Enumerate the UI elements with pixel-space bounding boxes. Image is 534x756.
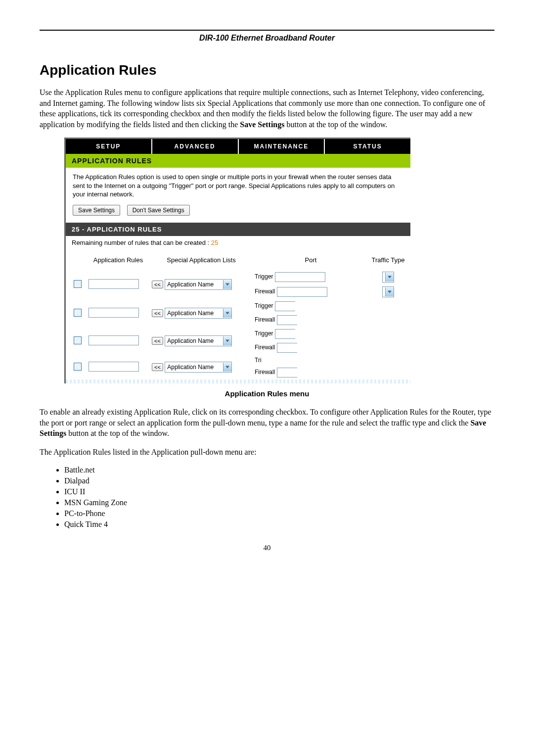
firewall-port-input[interactable] <box>277 368 297 378</box>
remaining-value: 25 <box>211 239 218 246</box>
router-ui-screenshot: SETUP ADVANCED MAINTENANCE STATUS APPLIC… <box>64 138 410 383</box>
remaining-label: Remaining number of rules that can be cr… <box>72 239 211 246</box>
chevron-down-icon <box>385 287 394 296</box>
traffic-type-select[interactable] <box>382 286 394 297</box>
list-item: Battle.net <box>64 466 494 474</box>
port-firewall-label: Firewall <box>255 344 275 351</box>
figure-caption: Application Rules menu <box>40 389 494 398</box>
chevron-down-icon <box>223 336 231 345</box>
top-tabs: SETUP ADVANCED MAINTENANCE STATUS <box>66 139 410 154</box>
firewall-port-input[interactable] <box>277 343 297 353</box>
save-settings-button[interactable]: Save Settings <box>73 205 120 216</box>
application-name-value: Application Name <box>167 310 214 317</box>
application-name-value: Application Name <box>167 281 214 288</box>
list-item: Dialpad <box>64 476 494 485</box>
intro-tail: button at the top of the window. <box>284 120 387 129</box>
list-item: ICU II <box>64 487 494 496</box>
rules-table: Application Rules Special Application Li… <box>69 253 407 379</box>
tab-status[interactable]: STATUS <box>325 139 410 154</box>
remaining-rules: Remaining number of rules that can be cr… <box>66 236 410 253</box>
traffic-type-select[interactable] <box>382 272 394 283</box>
port-trigger-label: Trigger <box>255 273 273 280</box>
list-item: MSN Gaming Zone <box>64 498 494 507</box>
rule-name-input[interactable] <box>89 308 139 318</box>
screenshot-bottom-edge <box>66 379 410 383</box>
port-firewall-label: Firewall <box>255 369 275 376</box>
col-app-rules: Application Rules <box>87 253 150 270</box>
chevron-down-icon <box>223 280 231 289</box>
port-firewall-label: Firewall <box>255 316 275 323</box>
chevron-down-icon <box>223 363 231 372</box>
copy-name-button[interactable]: << <box>152 309 163 317</box>
section-title: APPLICATION RULES <box>66 154 410 168</box>
application-name-select[interactable]: Application Name <box>165 335 232 346</box>
trigger-port-input[interactable] <box>275 272 325 282</box>
port-trigger-label: Trigger <box>255 330 273 337</box>
rule-checkbox[interactable] <box>74 336 82 344</box>
rule-name-input[interactable] <box>89 362 139 372</box>
application-name-select[interactable]: Application Name <box>165 362 232 373</box>
col-traffic-type: Traffic Type <box>369 253 407 270</box>
firewall-port-input[interactable] <box>277 315 297 325</box>
table-row: << Application Name Trigger <box>69 327 407 341</box>
dont-save-settings-button[interactable]: Don't Save Settings <box>127 205 190 216</box>
copy-name-button[interactable]: << <box>152 363 163 371</box>
port-trigger-label-cut: Tri <box>255 357 262 364</box>
rules-count-title: 25 - APPLICATION RULES <box>66 223 410 236</box>
section-description: The Application Rules option is used to … <box>73 173 403 199</box>
intro-bold: Save Settings <box>240 120 284 129</box>
table-row: << Application Name Trigger <box>69 270 407 284</box>
rule-checkbox[interactable] <box>74 363 82 371</box>
page-number: 40 <box>40 544 494 552</box>
rule-checkbox[interactable] <box>74 309 82 317</box>
page-header: DIR-100 Ethernet Broadband Router <box>40 34 494 43</box>
trigger-port-input[interactable] <box>275 301 295 311</box>
copy-name-button[interactable]: << <box>152 281 163 288</box>
rule-checkbox[interactable] <box>74 280 82 288</box>
copy-name-button[interactable]: << <box>152 337 163 345</box>
list-item: PC-to-Phone <box>64 509 494 518</box>
application-name-value: Application Name <box>167 364 214 371</box>
table-row: << Application Name Tri <box>69 355 407 366</box>
rule-name-input[interactable] <box>89 279 139 289</box>
firewall-port-input[interactable] <box>277 287 327 297</box>
chevron-down-icon <box>223 309 231 318</box>
application-name-select[interactable]: Application Name <box>165 279 232 290</box>
intro-paragraph: Use the Application Rules menu to config… <box>40 87 494 130</box>
port-firewall-label: Firewall <box>255 288 275 295</box>
tab-advanced[interactable]: ADVANCED <box>152 139 239 154</box>
col-special-lists: Special Application Lists <box>150 253 253 270</box>
trigger-port-input[interactable] <box>275 329 295 339</box>
rule-name-input[interactable] <box>89 335 139 345</box>
page-title: Application Rules <box>40 62 494 78</box>
col-port: Port <box>253 253 369 270</box>
list-item: Quick Time 4 <box>64 520 494 529</box>
after1-a: To enable an already existing Applicatio… <box>40 408 491 427</box>
application-name-value: Application Name <box>167 337 214 344</box>
after-paragraph-1: To enable an already existing Applicatio… <box>40 407 494 439</box>
chevron-down-icon <box>385 273 394 282</box>
after1-c: button at the top of the window. <box>66 429 169 437</box>
application-list: Battle.net Dialpad ICU II MSN Gaming Zon… <box>64 466 494 529</box>
tab-maintenance[interactable]: MAINTENANCE <box>239 139 325 154</box>
table-row: << Application Name Trigger <box>69 299 407 313</box>
tab-setup[interactable]: SETUP <box>66 139 152 154</box>
port-trigger-label: Trigger <box>255 302 273 309</box>
after-paragraph-2: The Application Rules listed in the Appl… <box>40 447 494 458</box>
table-header-row: Application Rules Special Application Li… <box>69 253 407 270</box>
application-name-select[interactable]: Application Name <box>165 308 232 319</box>
section-description-block: The Application Rules option is used to … <box>66 168 410 223</box>
